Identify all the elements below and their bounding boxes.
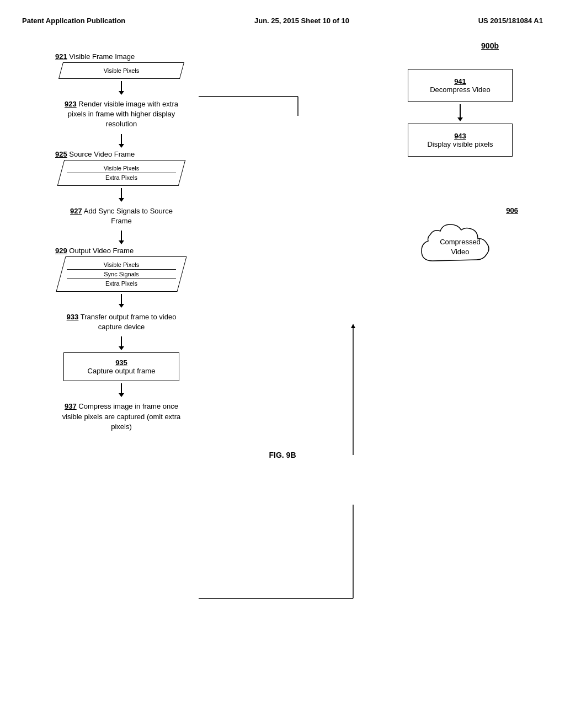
node-925-row2: Extra Pixels <box>67 173 176 182</box>
node-925-label: 925 Source Video Frame <box>55 150 135 158</box>
node-929-row3: Extra Pixels <box>67 279 176 288</box>
arrow-921-923 <box>119 81 124 95</box>
node-927-text: Add Sync Signals to Source Frame <box>84 207 173 225</box>
node-935-text: Capture output frame <box>71 367 172 375</box>
left-column: 921 Visible Frame Image Visible Pixels 9… <box>44 52 199 434</box>
header-center: Jun. 25, 2015 Sheet 10 of 10 <box>254 17 349 25</box>
node-933: 933 Transfer output frame to video captu… <box>61 310 182 334</box>
node-935: 935 Capture output frame <box>63 352 179 381</box>
node-929-num: 929 <box>55 247 67 255</box>
node-935-num: 935 <box>115 358 127 367</box>
node-921-num: 921 <box>55 52 67 61</box>
arrow-929-933 <box>119 294 124 308</box>
node-906-label: 906 <box>506 206 518 215</box>
node-933-text: Transfer output frame to video capture d… <box>81 313 177 331</box>
node-921-label: 921 Visible Frame Image <box>55 52 135 61</box>
arrow-935-937 <box>119 383 124 397</box>
node-906-text: CompressedVideo <box>440 237 481 257</box>
node-925-title: Source Video Frame <box>69 150 135 158</box>
node-937: 937 Compress image in frame once visible… <box>61 399 182 434</box>
page: Patent Application Publication Jun. 25, … <box>0 0 565 728</box>
header-left: Patent Application Publication <box>22 17 125 25</box>
node-929-title: Output Video Frame <box>69 247 134 255</box>
node-921-shape: Visible Pixels <box>58 62 184 79</box>
diagram-label: 900b <box>481 41 499 50</box>
arrow-923-925 <box>119 134 124 148</box>
node-943-text: Display visible pixels <box>415 140 505 148</box>
node-941: 941 Decompress Video <box>408 69 513 102</box>
node-943: 943 Display visible pixels <box>408 124 513 157</box>
node-923-text: Render visible image with extra pixels i… <box>68 100 178 128</box>
node-937-text: Compress image in frame once visible pix… <box>62 402 181 430</box>
node-941-text: Decompress Video <box>415 85 505 94</box>
node-941-num: 941 <box>454 77 466 85</box>
node-906-cloud: CompressedVideo <box>416 217 504 277</box>
node-921-title: Visible Frame Image <box>69 52 135 61</box>
node-927-num: 927 <box>70 207 82 215</box>
arrow-925-927 <box>119 188 124 202</box>
node-929-row2: Sync Signals <box>67 269 176 279</box>
arrow-933-935 <box>119 336 124 350</box>
node-937-num: 937 <box>65 402 77 410</box>
node-929-row1: Visible Pixels <box>67 260 176 269</box>
fig-label: FIG. 9B <box>22 451 543 459</box>
node-925-num: 925 <box>55 150 67 158</box>
node-933-num: 933 <box>67 313 79 321</box>
right-column: 941 Decompress Video 943 Display visible… <box>399 69 521 277</box>
header-right: US 2015/181084 A1 <box>478 17 543 25</box>
node-925-shape: Visible Pixels Extra Pixels <box>57 160 186 186</box>
arrow-927-929 <box>119 231 124 244</box>
node-943-num: 943 <box>454 132 466 140</box>
node-929-shape: Visible Pixels Sync Signals Extra Pixels <box>56 256 186 292</box>
node-923-num: 923 <box>65 100 77 108</box>
arrow-941-943 <box>457 104 463 121</box>
page-header: Patent Application Publication Jun. 25, … <box>22 17 543 25</box>
node-927: 927 Add Sync Signals to Source Frame <box>61 204 182 228</box>
node-921-row1: Visible Pixels <box>67 66 176 75</box>
node-923: 923 Render visible image with extra pixe… <box>61 97 182 132</box>
node-925-row1: Visible Pixels <box>67 164 176 173</box>
node-929-label: 929 Output Video Frame <box>55 247 134 255</box>
